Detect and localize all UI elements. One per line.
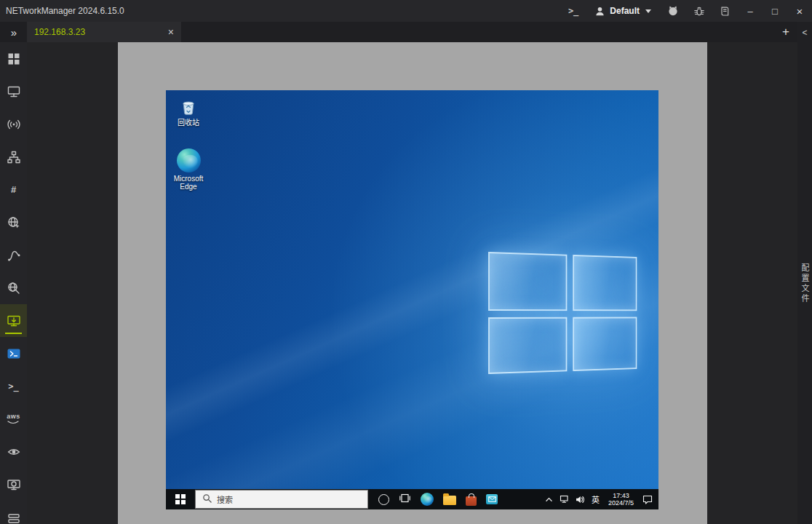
clock-time: 17:43 bbox=[608, 492, 634, 499]
chevron-down-icon bbox=[645, 9, 651, 13]
edge-icon bbox=[177, 148, 201, 172]
sidebar-expander-icon[interactable]: » bbox=[0, 22, 27, 42]
remote-taskbar: 搜索 bbox=[166, 489, 658, 509]
logo-pane bbox=[488, 252, 567, 311]
maximize-button[interactable]: □ bbox=[763, 0, 787, 22]
action-center-icon[interactable] bbox=[642, 495, 653, 504]
titlebar-controls: >_ Default – □ × bbox=[561, 0, 812, 22]
app-sidebar: # >_ aws bbox=[0, 42, 27, 524]
taskbar-search-input[interactable]: 搜索 bbox=[195, 490, 368, 509]
tab-remote-session[interactable]: 192.168.3.23 × bbox=[27, 22, 181, 42]
sidebar-item-snmp[interactable] bbox=[0, 501, 27, 524]
search-icon bbox=[202, 493, 212, 506]
tab-label: 192.168.3.23 bbox=[34, 27, 162, 37]
task-view-icon[interactable] bbox=[399, 492, 411, 507]
chevron-left-icon[interactable]: < bbox=[797, 22, 812, 44]
edge-shortcut[interactable]: Microsoft Edge bbox=[167, 148, 210, 191]
ime-language-indicator[interactable]: 英 bbox=[592, 493, 600, 505]
taskbar-clock[interactable]: 17:43 2024/7/5 bbox=[608, 492, 634, 507]
profiles-panel-collapsed: < 配置文件 bbox=[797, 22, 812, 524]
profile-name: Default bbox=[610, 6, 640, 16]
profiles-label-wrap: 配置文件 bbox=[799, 44, 811, 524]
profile-selector[interactable]: Default bbox=[586, 0, 660, 22]
file-explorer-icon[interactable] bbox=[443, 496, 456, 505]
main-content: 回收站 Microsoft Edge 搜索 bbox=[27, 42, 797, 524]
logo-pane bbox=[488, 317, 567, 374]
user-icon bbox=[594, 6, 605, 17]
mail-icon[interactable] bbox=[486, 494, 498, 504]
system-tray: 英 17:43 2024/7/5 bbox=[545, 492, 658, 507]
titlebar: NETworkManager 2024.6.15.0 >_ Default – … bbox=[0, 0, 812, 22]
recycle-bin-shortcut[interactable]: 回收站 bbox=[167, 98, 210, 127]
sidebar-item-powershell[interactable] bbox=[0, 337, 27, 370]
hidden-icons-chevron[interactable] bbox=[545, 496, 553, 502]
tab-close-icon[interactable]: × bbox=[168, 27, 174, 37]
sidebar-item-ip-scanner[interactable] bbox=[0, 140, 27, 173]
bug-report-icon[interactable] bbox=[686, 0, 712, 22]
sidebar-item-traceroute[interactable] bbox=[0, 239, 27, 271]
volume-icon[interactable] bbox=[576, 496, 585, 504]
clock-date: 2024/7/5 bbox=[608, 499, 634, 507]
sidebar-item-dashboard[interactable] bbox=[0, 42, 27, 75]
minimize-button[interactable]: – bbox=[738, 0, 763, 22]
sidebar-item-dns-lookup[interactable] bbox=[0, 271, 27, 304]
network-tray-icon[interactable] bbox=[560, 495, 569, 504]
edge-label: Microsoft Edge bbox=[167, 175, 210, 191]
recycle-bin-icon bbox=[179, 98, 198, 116]
taskbar-pinned-icons bbox=[378, 492, 498, 507]
close-button[interactable]: × bbox=[787, 0, 812, 22]
sidebar-item-ping-monitor[interactable] bbox=[0, 206, 27, 239]
documentation-icon[interactable] bbox=[712, 0, 738, 22]
windows-logo-wallpaper bbox=[488, 252, 637, 374]
tab-bar: » 192.168.3.23 × + bbox=[0, 22, 797, 42]
sidebar-item-port-scanner[interactable]: # bbox=[0, 173, 27, 206]
sidebar-item-tigervnc[interactable] bbox=[0, 435, 27, 468]
windows-start-icon bbox=[175, 494, 186, 504]
sidebar-item-web-console[interactable] bbox=[0, 468, 27, 501]
aws-logo: aws bbox=[7, 413, 20, 425]
remote-desktop-screen[interactable]: 回收站 Microsoft Edge 搜索 bbox=[166, 90, 658, 509]
github-icon[interactable] bbox=[660, 0, 686, 22]
recycle-bin-label: 回收站 bbox=[178, 119, 199, 127]
add-tab-button[interactable]: + bbox=[774, 22, 797, 42]
microsoft-store-icon[interactable] bbox=[466, 496, 477, 506]
sidebar-item-putty[interactable]: >_ bbox=[0, 370, 27, 402]
run-command-icon[interactable]: >_ bbox=[561, 0, 586, 22]
start-button[interactable] bbox=[166, 489, 195, 509]
window-title: NETworkManager 2024.6.15.0 bbox=[0, 6, 124, 16]
logo-pane bbox=[573, 255, 637, 311]
rdp-viewport: 回收站 Microsoft Edge 搜索 bbox=[118, 42, 707, 524]
cortana-icon[interactable] bbox=[378, 494, 389, 505]
sidebar-item-wifi[interactable] bbox=[0, 108, 27, 140]
edge-taskbar-icon[interactable] bbox=[421, 493, 434, 506]
sidebar-item-remote-desktop[interactable] bbox=[0, 304, 27, 337]
networkmanager-window: NETworkManager 2024.6.15.0 >_ Default – … bbox=[0, 0, 812, 524]
sidebar-item-network-interface[interactable] bbox=[0, 75, 27, 108]
logo-pane bbox=[573, 317, 637, 371]
sidebar-item-aws-session-manager[interactable]: aws bbox=[0, 402, 27, 435]
profiles-panel-title[interactable]: 配置文件 bbox=[799, 263, 811, 304]
search-placeholder: 搜索 bbox=[217, 493, 233, 505]
